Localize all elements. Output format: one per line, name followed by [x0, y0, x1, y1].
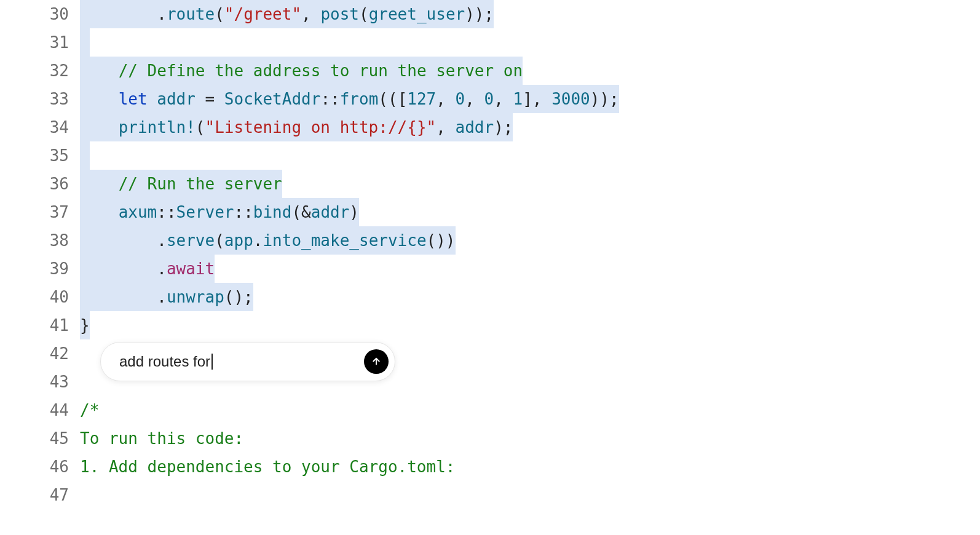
code-line[interactable]: .unwrap(); [80, 283, 980, 311]
indent [80, 90, 119, 108]
indent [80, 118, 119, 137]
line-number: 39 [0, 255, 69, 283]
num: 0 [456, 90, 465, 108]
num: 0 [484, 90, 494, 108]
indent [80, 231, 157, 250]
arrow-up-icon [371, 356, 382, 367]
method-route: route [167, 5, 215, 23]
comma: , [436, 118, 455, 137]
comment: 1. Add dependencies to your Cargo.toml: [80, 458, 455, 476]
line-number: 47 [0, 481, 69, 509]
paren: ( [359, 5, 369, 23]
route-path: /greet [234, 5, 291, 23]
port: 3000 [551, 90, 590, 108]
fn-unwrap: unwrap [167, 288, 224, 306]
dot: . [157, 288, 167, 306]
dot: . [157, 260, 167, 278]
indent [80, 260, 157, 278]
handler-ident: greet_user [369, 5, 465, 23]
path-sep: :: [234, 203, 253, 221]
send-button[interactable] [364, 349, 389, 374]
kw-let: let [119, 90, 148, 108]
comment: To run this code: [80, 429, 243, 448]
line-number: 33 [0, 85, 69, 113]
paren: ], [523, 90, 551, 108]
var-addr: addr [456, 118, 494, 137]
paren: (([ [378, 90, 407, 108]
code-area[interactable]: .route("/greet", post(greet_user)); // D… [80, 0, 980, 509]
text-cursor [211, 354, 213, 370]
paren: )); [465, 5, 494, 23]
var-app: app [224, 231, 253, 250]
paren: ); [494, 118, 513, 137]
code-line[interactable] [80, 28, 980, 57]
paren: )); [590, 90, 619, 108]
dot: . [157, 231, 167, 250]
equals: = [205, 90, 215, 108]
indent [80, 5, 157, 23]
ai-prompt-input[interactable]: add routes for [119, 347, 364, 376]
line-number: 46 [0, 453, 69, 481]
line-number: 36 [0, 170, 69, 198]
comment: // Run the server [119, 175, 282, 193]
code-editor[interactable]: 30 31 32 33 34 35 36 37 38 39 40 41 42 4… [0, 0, 980, 509]
comma: , [494, 90, 513, 108]
code-line[interactable]: To run this code: [80, 424, 980, 453]
code-line[interactable] [80, 481, 980, 509]
line-number: 31 [0, 28, 69, 57]
path-sep: :: [320, 90, 339, 108]
paren: ()) [427, 231, 456, 250]
paren: ) [349, 203, 359, 221]
line-number: 40 [0, 283, 69, 311]
paren: (& [291, 203, 310, 221]
comment: /* [80, 401, 99, 419]
paren: ( [215, 5, 224, 23]
quote: " [224, 5, 234, 23]
brace-close: } [80, 316, 90, 335]
inline-ai-prompt[interactable]: add routes for [100, 342, 395, 381]
dot: . [157, 5, 167, 23]
fn-post: post [320, 5, 359, 23]
code-line[interactable]: println!("Listening on http://{}", addr)… [80, 113, 980, 141]
code-line[interactable]: 1. Add dependencies to your Cargo.toml: [80, 453, 980, 481]
code-line[interactable]: axum::Server::bind(&addr) [80, 198, 980, 226]
var-addr: addr [311, 203, 350, 221]
type-socketaddr: SocketAddr [224, 90, 321, 108]
indent [80, 203, 119, 221]
code-line[interactable] [80, 141, 980, 170]
code-line[interactable]: // Define the address to run the server … [80, 57, 980, 85]
string-literal: "Listening on http://{}" [205, 118, 437, 137]
indent [80, 175, 119, 193]
paren: ( [215, 231, 224, 250]
line-number: 32 [0, 57, 69, 85]
fn-from: from [340, 90, 379, 108]
space [148, 90, 157, 108]
quote: " [291, 5, 301, 23]
line-number: 34 [0, 113, 69, 141]
space [196, 90, 205, 108]
code-line[interactable]: .await [80, 255, 980, 283]
type-server: Server [176, 203, 234, 221]
line-number: 38 [0, 226, 69, 255]
var-addr: addr [157, 90, 196, 108]
dot: . [253, 231, 263, 250]
code-line[interactable]: let addr = SocketAddr::from(([127, 0, 0,… [80, 85, 980, 113]
num: 127 [407, 90, 436, 108]
code-line[interactable]: .serve(app.into_make_service()) [80, 226, 980, 255]
code-line[interactable]: // Run the server [80, 170, 980, 198]
comment: // Define the address to run the server … [119, 61, 523, 80]
code-line[interactable]: .route("/greet", post(greet_user)); [80, 0, 980, 28]
line-number-gutter: 30 31 32 33 34 35 36 37 38 39 40 41 42 4… [0, 0, 80, 509]
line-number: 41 [0, 311, 69, 339]
line-number: 44 [0, 396, 69, 424]
line-number: 35 [0, 141, 69, 170]
code-line[interactable]: /* [80, 396, 980, 424]
line-number: 30 [0, 0, 69, 28]
space [215, 90, 224, 108]
fn-into-make-service: into_make_service [263, 231, 426, 250]
line-number: 45 [0, 424, 69, 453]
code-line[interactable]: } [80, 311, 980, 339]
num: 1 [513, 90, 523, 108]
line-number: 42 [0, 339, 69, 368]
comma: , [301, 5, 320, 23]
